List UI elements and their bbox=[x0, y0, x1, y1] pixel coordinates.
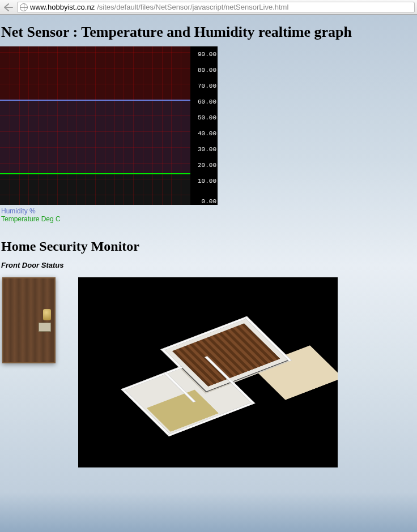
globe-icon bbox=[20, 3, 28, 11]
realtime-chart: 90.00 80.00 70.00 60.00 50.00 40.00 30.0… bbox=[0, 46, 218, 205]
security-title: Home Security Monitor bbox=[0, 239, 417, 254]
front-door-image bbox=[2, 277, 56, 363]
back-button[interactable] bbox=[2, 2, 15, 13]
y-axis-labels: 90.00 80.00 70.00 60.00 50.00 40.00 30.0… bbox=[190, 46, 218, 205]
plot-area bbox=[0, 46, 190, 205]
legend-temperature: Temperature Deg C bbox=[1, 215, 417, 223]
chart-legend: Humidity % Temperature Deg C bbox=[0, 207, 417, 223]
page-content: Net Sensor : Temperature and Humidity re… bbox=[0, 24, 417, 467]
series-humidity bbox=[0, 100, 190, 101]
legend-humidity: Humidity % bbox=[1, 207, 417, 215]
series-temperature bbox=[0, 173, 190, 174]
front-door-status-label: Front Door Status bbox=[0, 261, 417, 269]
url-bar[interactable]: www.hobbyist.co.nz/sites/default/files/N… bbox=[17, 2, 415, 13]
browser-toolbar: www.hobbyist.co.nz/sites/default/files/N… bbox=[0, 0, 417, 15]
url-path: /sites/default/files/NetSensor/javascrip… bbox=[97, 3, 288, 11]
footer-gradient bbox=[0, 492, 417, 532]
house-floorplan bbox=[78, 277, 338, 467]
url-domain: www.hobbyist.co.nz bbox=[30, 3, 95, 11]
door-lock-icon bbox=[43, 309, 51, 320]
page-title: Net Sensor : Temperature and Humidity re… bbox=[0, 24, 417, 41]
door-knob-plate bbox=[39, 323, 51, 332]
